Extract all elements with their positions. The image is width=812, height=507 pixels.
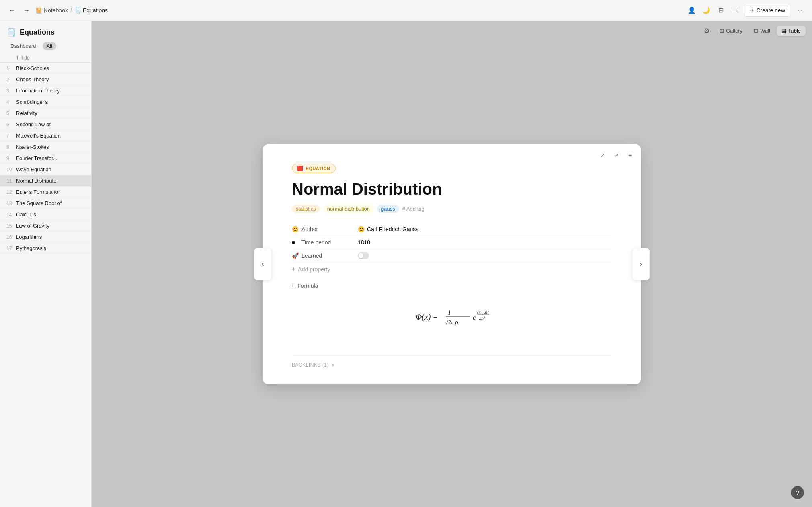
backlinks-chevron: ∧ [331,362,335,368]
author-label: Author [301,226,358,232]
table-row[interactable]: 6 Second Law of [0,119,91,130]
row-title: Chaos Theory [16,76,85,82]
table-row[interactable]: 12 Euler's Formula for [0,187,91,198]
row-num: 8 [6,144,16,150]
table-row[interactable]: 14 Calculus [0,209,91,220]
back-button[interactable]: ← [6,5,18,16]
create-new-button[interactable]: + Create new [744,4,791,17]
topbar-actions: 👤 🌙 ⊟ ☰ + Create new ··· [686,4,806,17]
title-type-icon: T [16,55,19,61]
row-title: Wave Equation [16,166,85,172]
row-num: 3 [6,88,16,94]
row-num: 7 [6,133,16,139]
breadcrumb: 📔 Notebook / 🗒️ Equations [35,7,108,14]
plus-icon: + [750,7,754,14]
sidebar-title: Equations [20,28,55,37]
moon-icon-button[interactable]: 🌙 [701,5,712,16]
row-title: Fourier Transfor... [16,155,85,161]
table-row[interactable]: 10 Wave Equation [0,164,91,175]
table-row[interactable]: 7 Maxwell's Equation [0,130,91,142]
tag-gauss[interactable]: gauss [377,205,399,213]
formula-icon: ≡ [292,283,295,289]
row-title: Relativity [16,110,85,116]
time-icon: ≡ [292,239,301,246]
modal: ⤢ ↗ ≡ 🟥 EQUATION Normal Distribution sta… [263,144,641,384]
table-row[interactable]: 5 Relativity [0,108,91,119]
row-num: 9 [6,156,16,161]
formula-label-row: ≡ Formula [292,283,612,289]
expand-button[interactable]: ⤢ [597,149,609,161]
user-icon-button[interactable]: 👤 [686,5,697,16]
table-row[interactable]: 8 Navier-Stokes [0,142,91,153]
author-value[interactable]: 😊 Carl Friedrich Gauss [358,226,612,232]
row-title: Schrödinger's [16,99,85,105]
main-area: ⚙ ⊞ Gallery ⊟ Wall ▤ Table ‹ ⤢ ↗ ≡ [92,21,812,507]
table-row[interactable]: 4 Schrödinger's [0,96,91,108]
add-tag-button[interactable]: # Add tag [402,206,424,212]
time-value[interactable]: 1810 [358,239,612,246]
external-link-button[interactable]: ↗ [610,149,622,161]
modal-title: Normal Distribution [292,180,612,198]
row-title: Information Theory [16,88,85,94]
table-row[interactable]: 15 Law of Gravity [0,220,91,232]
breadcrumb-notebook[interactable]: 📔 Notebook [35,7,68,14]
help-button[interactable]: ? [791,486,804,499]
col-title-label: Title [21,55,29,61]
breadcrumb-notebook-label: Notebook [44,7,68,14]
row-num: 17 [6,246,16,251]
notebook-icon: 📔 [35,7,42,14]
modal-wrapper: ‹ ⤢ ↗ ≡ 🟥 EQUATION Normal Distribution s… [263,144,641,384]
table-row[interactable]: 17 Pythagoras's [0,243,91,254]
row-num: 16 [6,234,16,240]
learned-label: Learned [301,252,358,259]
row-title: Logarithms [16,234,85,240]
add-property-label: Add property [298,266,330,273]
svg-text:ρ: ρ [455,319,458,326]
formula-section: ≡ Formula Φ(x) = 1 √2π ρ e (x−μ [292,283,612,343]
learned-icon: 🚀 [292,252,301,259]
menu-icon-button[interactable]: ☰ [730,5,741,16]
table-row[interactable]: 13 The Square Root of [0,198,91,209]
col-title-header: T Title [16,55,85,61]
row-num: 11 [6,178,16,184]
table-row[interactable]: 3 Information Theory [0,85,91,96]
table-row[interactable]: 11 Normal Distribut... [0,175,91,187]
tab-dashboard[interactable]: Dashboard [6,42,40,50]
menu-dots-button[interactable]: ≡ [624,149,636,161]
more-button[interactable]: ··· [794,5,806,16]
badge-icon: 🟥 [297,166,303,171]
time-label: Time period [301,239,358,246]
layout-icon-button[interactable]: ⊟ [715,5,726,16]
row-title: Normal Distribut... [16,178,85,184]
svg-text:1: 1 [448,309,451,316]
tag-normal-distribution[interactable]: normal distribution [323,205,374,213]
tags-row: statistics normal distribution gauss # A… [292,205,612,213]
table-row[interactable]: 2 Chaos Theory [0,74,91,85]
table-row[interactable]: 1 Black-Scholes [0,63,91,74]
svg-text:2ρ²: 2ρ² [479,316,485,320]
row-num: 15 [6,223,16,229]
breadcrumb-current[interactable]: 🗒️ Equations [74,7,108,14]
row-num: 13 [6,201,16,206]
row-title: Calculus [16,211,85,218]
modal-next-button[interactable]: › [632,248,650,280]
tab-all[interactable]: All [43,42,56,50]
row-title: Law of Gravity [16,223,85,229]
learned-value [358,252,612,259]
modal-overlay[interactable]: ‹ ⤢ ↗ ≡ 🟥 EQUATION Normal Distribution s… [92,21,812,507]
sidebar: 🗒️ Equations Dashboard All T Title 1 Bla… [0,21,92,507]
property-time-period: ≡ Time period 1810 [292,236,612,249]
row-num: 2 [6,77,16,82]
table-row[interactable]: 16 Logarithms [0,232,91,243]
modal-toolbar: ⤢ ↗ ≡ [597,149,636,161]
sidebar-icon: 🗒️ [6,27,16,37]
formula-math: Φ(x) = 1 √2π ρ e (x−μ)² 2ρ² [292,296,612,343]
modal-prev-button[interactable]: ‹ [254,248,272,280]
tag-statistics[interactable]: statistics [292,205,320,213]
forward-button[interactable]: → [21,5,32,16]
backlinks-header[interactable]: BACKLINKS (1) ∧ [292,362,612,368]
add-property-row[interactable]: + Add property [292,263,612,276]
learned-toggle[interactable] [358,252,369,259]
author-icon: 😊 [292,226,301,232]
table-row[interactable]: 9 Fourier Transfor... [0,153,91,164]
